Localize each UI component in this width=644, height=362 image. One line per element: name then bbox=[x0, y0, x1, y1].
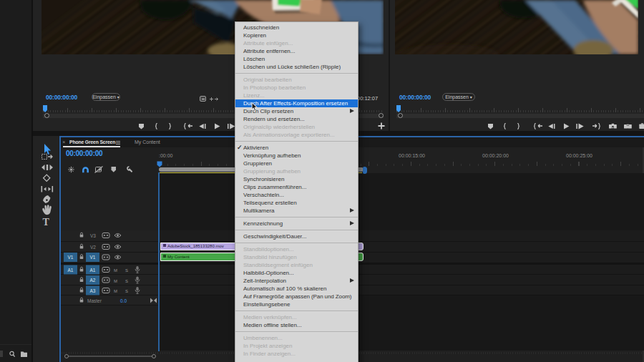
svg-text:M: M bbox=[114, 268, 117, 273]
svg-text:Master: Master bbox=[87, 298, 102, 303]
svg-text:A1: A1 bbox=[68, 268, 74, 273]
svg-text:V2: V2 bbox=[90, 245, 96, 250]
svg-text:V1: V1 bbox=[68, 255, 74, 260]
svg-text:S: S bbox=[125, 268, 128, 273]
svg-text:T: T bbox=[43, 217, 50, 228]
svg-text:M: M bbox=[114, 279, 117, 283]
svg-text:S: S bbox=[125, 279, 128, 283]
svg-text:A3: A3 bbox=[90, 288, 96, 293]
svg-text:0.0: 0.0 bbox=[120, 298, 127, 303]
svg-text:V3: V3 bbox=[90, 233, 96, 238]
svg-text:A1: A1 bbox=[90, 268, 96, 273]
svg-text:A2: A2 bbox=[90, 278, 96, 283]
svg-text:V1: V1 bbox=[90, 255, 96, 260]
svg-text:S: S bbox=[125, 289, 128, 293]
svg-text:M: M bbox=[114, 289, 117, 293]
